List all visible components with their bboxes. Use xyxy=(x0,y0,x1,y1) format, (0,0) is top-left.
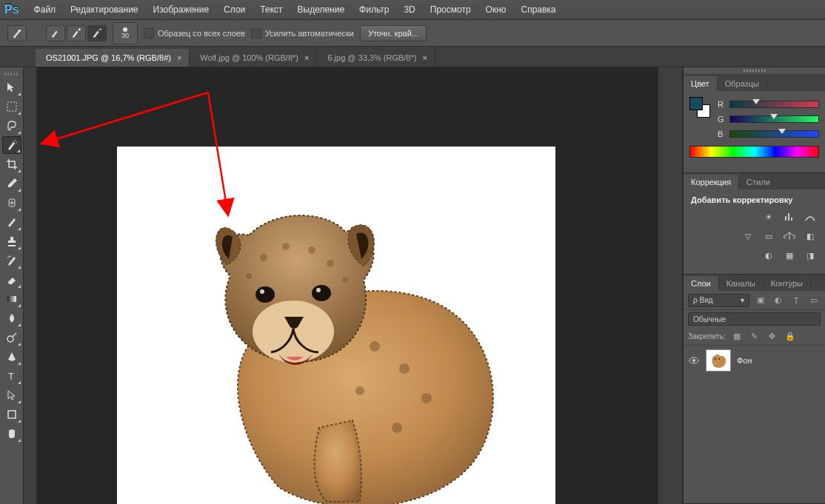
svg-text:T: T xyxy=(8,371,14,382)
menu-file[interactable]: Файл xyxy=(27,1,64,18)
eyedropper-tool[interactable] xyxy=(2,175,21,192)
right-collapsed-dock[interactable] xyxy=(658,67,683,504)
blur-tool[interactable] xyxy=(2,309,21,327)
layers-panel: Слои Каналы Контуры ρ Вид▾ ▣ ◐ T ▭ Обычн… xyxy=(684,275,825,504)
new-selection-button[interactable] xyxy=(46,25,65,41)
brush-size-picker[interactable]: 30 xyxy=(113,22,138,44)
invert-icon[interactable]: ◐ xyxy=(761,249,776,262)
filter-type-icon[interactable]: T xyxy=(789,294,803,307)
type-tool[interactable]: T xyxy=(2,367,21,385)
close-icon[interactable]: × xyxy=(304,53,309,62)
hand-tool[interactable] xyxy=(2,425,21,443)
sample-all-layers-checkbox[interactable] xyxy=(144,28,154,38)
panel-grip[interactable] xyxy=(684,67,825,75)
tab-adjustments[interactable]: Коррекция xyxy=(684,175,739,189)
slider-b[interactable] xyxy=(729,130,819,138)
tab-channels[interactable]: Каналы xyxy=(719,276,764,291)
history-brush-tool[interactable] xyxy=(2,252,21,269)
svg-point-9 xyxy=(255,286,275,303)
close-icon[interactable]: × xyxy=(422,53,427,62)
eraser-tool[interactable] xyxy=(2,271,21,289)
visibility-icon[interactable] xyxy=(688,355,700,366)
svg-line-24 xyxy=(41,93,208,144)
tab-swatches[interactable]: Образцы xyxy=(718,76,767,91)
marquee-tool[interactable] xyxy=(2,98,21,115)
brush-tool[interactable] xyxy=(2,213,21,231)
tab-layers[interactable]: Слои xyxy=(684,276,719,291)
lasso-tool[interactable] xyxy=(2,117,21,135)
path-select-tool[interactable] xyxy=(2,386,21,404)
add-selection-button[interactable] xyxy=(67,25,86,41)
move-tool[interactable] xyxy=(2,78,21,96)
slider-r[interactable] xyxy=(729,101,819,108)
svg-point-27 xyxy=(692,359,695,362)
auto-enhance-checkbox[interactable] xyxy=(251,28,261,38)
blend-mode-dropdown[interactable]: Обычные xyxy=(688,312,821,326)
menu-select[interactable]: Выделение xyxy=(290,1,353,18)
canvas[interactable] xyxy=(37,67,658,504)
adjustments-title: Добавить корректировку xyxy=(691,195,818,204)
document-tab-3-label: 6.jpg @ 33,3% (RGB/8*) xyxy=(327,53,416,62)
menu-edit[interactable]: Редактирование xyxy=(63,1,145,18)
hue-icon[interactable]: ▭ xyxy=(761,229,776,243)
quick-select-tool[interactable] xyxy=(2,136,21,154)
subtract-selection-button[interactable] xyxy=(87,25,107,41)
filter-shape-icon[interactable]: ▭ xyxy=(807,294,821,307)
right-panels: Цвет Образцы R G B Коррекция xyxy=(683,67,825,504)
filter-image-icon[interactable]: ▣ xyxy=(754,294,767,307)
curves-icon[interactable] xyxy=(803,210,818,224)
svg-point-14 xyxy=(282,243,290,250)
gradient-tool[interactable] xyxy=(2,290,21,308)
document-tab-3[interactable]: 6.jpg @ 33,3% (RGB/8*) × xyxy=(317,49,435,67)
refine-edge-button[interactable]: Уточн. край... xyxy=(360,25,427,41)
healing-brush-tool[interactable] xyxy=(2,194,21,212)
balance-icon[interactable] xyxy=(782,229,797,243)
slider-g[interactable] xyxy=(729,115,819,123)
document-tab-2[interactable]: Wolf.jpg @ 100% (RGB/8*) × xyxy=(190,49,317,67)
pen-tool[interactable] xyxy=(2,348,21,366)
layer-filter-dropdown[interactable]: ρ Вид▾ xyxy=(688,294,749,307)
lock-move-icon[interactable]: ✥ xyxy=(766,330,779,343)
menubar: Ps Файл Редактирование Изображение Слои … xyxy=(0,0,825,20)
layer-name[interactable]: Фон xyxy=(737,356,752,365)
left-collapsed-dock[interactable] xyxy=(24,67,37,504)
vibrance-icon[interactable]: ▽ xyxy=(741,229,755,243)
menu-3d[interactable]: 3D xyxy=(396,1,422,18)
tool-preset-picker[interactable] xyxy=(7,25,27,41)
toolbox-grip[interactable] xyxy=(1,70,23,78)
close-icon[interactable]: × xyxy=(177,53,181,62)
menu-text[interactable]: Текст xyxy=(253,1,290,18)
stamp-tool[interactable] xyxy=(2,232,21,250)
menu-filter[interactable]: Фильтр xyxy=(352,1,396,18)
layer-thumbnail[interactable] xyxy=(706,349,731,372)
tab-paths[interactable]: Контуры xyxy=(764,276,811,291)
toolbox: T xyxy=(0,67,24,504)
channel-b-label: B xyxy=(718,130,725,138)
document-canvas[interactable] xyxy=(117,147,555,504)
color-spectrum[interactable] xyxy=(689,146,819,158)
lock-label: Закрепить: xyxy=(688,332,726,340)
menu-image[interactable]: Изображение xyxy=(146,1,217,18)
menu-window[interactable]: Окно xyxy=(478,1,514,18)
menu-layers[interactable]: Слои xyxy=(216,1,253,18)
bw-icon[interactable]: ◧ xyxy=(803,229,818,243)
poster-icon[interactable]: ▦ xyxy=(782,249,797,262)
lock-pixels-icon[interactable]: ▩ xyxy=(730,330,744,343)
shape-tool[interactable] xyxy=(2,406,21,423)
lock-all-icon[interactable]: 🔒 xyxy=(784,330,797,343)
levels-icon[interactable] xyxy=(782,210,797,224)
svg-rect-4 xyxy=(7,296,16,302)
threshold-icon[interactable]: ◨ xyxy=(803,249,818,262)
foreground-swatch[interactable] xyxy=(689,97,703,110)
layer-row[interactable]: Фон xyxy=(684,346,825,375)
dodge-tool[interactable] xyxy=(2,329,21,346)
menu-view[interactable]: Просмотр xyxy=(423,1,478,18)
crop-tool[interactable] xyxy=(2,155,21,173)
document-tab-1[interactable]: OS21001.JPG @ 16,7% (RGB/8#) × xyxy=(36,49,190,67)
menu-help[interactable]: Справка xyxy=(513,1,563,18)
tab-styles[interactable]: Стили xyxy=(739,175,778,189)
tab-color[interactable]: Цвет xyxy=(684,76,718,91)
filter-adjust-icon[interactable]: ◐ xyxy=(772,294,785,307)
lock-brush-icon[interactable]: ✎ xyxy=(748,330,761,343)
brightness-icon[interactable]: ☀ xyxy=(761,210,776,224)
